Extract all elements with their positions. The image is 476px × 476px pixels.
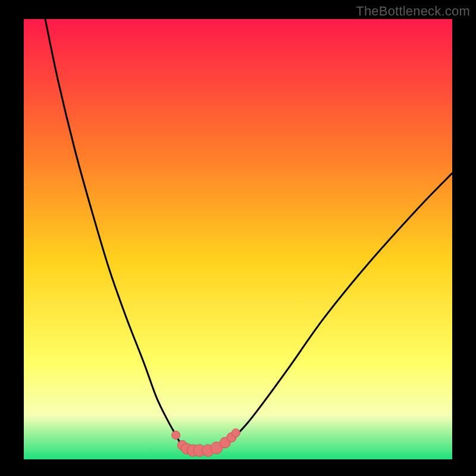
plot-background	[24, 19, 452, 459]
valley-marker	[172, 431, 180, 439]
chart-stage: TheBottleneck.com	[0, 0, 476, 476]
bottleneck-chart	[0, 0, 476, 476]
valley-marker	[231, 429, 240, 437]
attribution-text: TheBottleneck.com	[356, 4, 470, 19]
